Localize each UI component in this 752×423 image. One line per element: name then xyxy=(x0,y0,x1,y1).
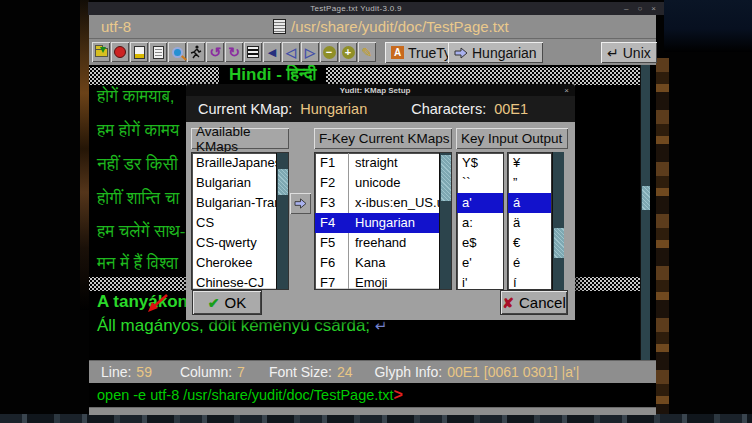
editor-scrollbar[interactable] xyxy=(640,65,650,360)
kmap-button[interactable]: Hungarian xyxy=(448,42,543,63)
kmap-cell: x-ibus:en_US.u xyxy=(349,193,439,213)
prev-page-icon[interactable]: ◁ xyxy=(282,42,300,62)
editor-scrollbar-thumb[interactable] xyxy=(642,186,650,210)
save-page-icon xyxy=(134,46,145,59)
fkey-cell: F1 xyxy=(315,153,349,173)
section-heading-hungarian: A tanyákon xyxy=(97,292,188,312)
fkey-cell: F2 xyxy=(315,173,349,193)
next-page-icon[interactable]: ▷ xyxy=(301,42,319,62)
check-icon: ✔ xyxy=(208,295,220,311)
scrollbar-thumb[interactable] xyxy=(441,155,451,201)
fkey-row[interactable]: F7Emoji xyxy=(315,273,439,289)
maximize-button[interactable]: ○ xyxy=(637,4,642,13)
fkey-cell: F6 xyxy=(315,253,349,273)
cancel-button[interactable]: ✘ Cancel xyxy=(500,290,568,315)
key-input-cell[interactable]: e' xyxy=(457,253,503,273)
search-icon[interactable] xyxy=(168,42,186,62)
key-output-cell[interactable]: ä xyxy=(508,213,551,233)
key-input-cell[interactable]: e$ xyxy=(457,233,503,253)
lineend-button[interactable]: ↵ Unix xyxy=(601,42,657,63)
key-output-cell-selected[interactable]: á xyxy=(508,193,551,213)
scrollbar-thumb[interactable] xyxy=(554,228,564,258)
column-label: Column: xyxy=(180,364,232,380)
key-input-cell[interactable]: `` xyxy=(457,173,503,193)
key-output-cell[interactable]: ” xyxy=(508,173,551,193)
open-file-icon[interactable] xyxy=(92,42,110,62)
x-icon: ✘ xyxy=(502,295,514,311)
key-input-cell[interactable]: i' xyxy=(457,273,503,290)
scrollbar-thumb[interactable] xyxy=(278,169,288,195)
list-item[interactable]: CS xyxy=(192,213,276,233)
fkey-row[interactable]: F3x-ibus:en_US.u xyxy=(315,193,439,213)
line-label: Line: xyxy=(101,364,131,380)
return-icon: ↵ xyxy=(607,45,619,61)
text-direction-icon[interactable] xyxy=(244,42,262,62)
text-line: नहीं डर किसी xyxy=(97,155,178,175)
kmap-cell: Hungarian xyxy=(349,213,439,233)
key-input-column[interactable]: Y$ `` a' a: e$ e' i' xyxy=(456,152,504,290)
fkey-row[interactable]: F5freehand xyxy=(315,233,439,253)
available-kmaps-header: Available KMaps xyxy=(191,128,289,149)
zoom-in-icon[interactable]: + xyxy=(339,42,357,62)
print-page-icon xyxy=(153,46,164,59)
window-title: TestPage.txt Yudit-3.0.9 xyxy=(88,4,624,13)
key-output-cell[interactable]: é xyxy=(508,253,551,273)
fkey-row[interactable]: F6Kana xyxy=(315,253,439,273)
zoom-out-icon[interactable]: − xyxy=(320,42,338,62)
key-output-cell[interactable]: ¥ xyxy=(508,153,551,173)
print-icon[interactable] xyxy=(149,42,167,62)
wallpaper-sliver-right xyxy=(656,58,669,415)
text-line: होगें कामयाब, xyxy=(97,87,174,107)
close-button[interactable]: × xyxy=(651,4,656,13)
window-titlebar[interactable]: TestPage.txt Yudit-3.0.9 – ○ × xyxy=(88,2,664,15)
lineend-button-label: Unix xyxy=(623,45,651,61)
fkey-row[interactable]: F2unicode xyxy=(315,173,439,193)
first-page-icon[interactable]: ◀ xyxy=(263,42,281,62)
list-item[interactable]: Cherokee xyxy=(192,253,276,273)
redo-icon[interactable]: ↻ xyxy=(225,42,243,62)
key-output-cell[interactable]: € xyxy=(508,233,551,253)
text-line: मन में हैं विश्वा xyxy=(97,254,178,274)
column-value: 7 xyxy=(237,364,245,380)
key-input-cell[interactable]: a: xyxy=(457,213,503,233)
available-kmaps-list[interactable]: BrailleJapanes Bulgarian Bulgarian-Tran … xyxy=(191,152,289,290)
fkey-scrollbar[interactable] xyxy=(439,153,451,289)
fkey-kmaps-list[interactable]: F1straight F2unicode F3x-ibus:en_US.u F4… xyxy=(314,152,452,290)
key-output-cell[interactable]: í xyxy=(508,273,551,290)
encoding-label[interactable]: utf-8 xyxy=(101,18,131,35)
list-item[interactable]: Bulgarian xyxy=(192,173,276,193)
minimize-button[interactable]: – xyxy=(624,4,628,13)
ok-button[interactable]: ✔ OK xyxy=(192,290,262,315)
edit-pencil-icon[interactable]: ✎ xyxy=(358,42,376,62)
key-output-column[interactable]: ¥ ” á ä € é í xyxy=(507,152,552,290)
kmap-cell: freehand xyxy=(349,233,439,253)
fkey-row-selected[interactable]: F4Hungarian xyxy=(315,213,439,233)
command-text: open -e utf-8 /usr/share/yudit/doc/TestP… xyxy=(97,387,394,403)
record-icon[interactable] xyxy=(111,42,129,62)
assign-kmap-button[interactable] xyxy=(290,193,311,214)
dialog-close-icon[interactable]: × xyxy=(564,86,575,95)
command-input[interactable]: open -e utf-8 /usr/share/yudit/doc/TestP… xyxy=(89,383,656,407)
key-input-output-list[interactable]: Y$ `` a' a: e$ e' i' ¥ ” á ä € é í xyxy=(456,152,568,290)
section-heading-hindi: Hindi - हिन्दी xyxy=(219,65,326,85)
fkey-row[interactable]: F1straight xyxy=(315,153,439,173)
goto-running-man-icon[interactable] xyxy=(187,42,205,62)
dotted-separator xyxy=(89,67,640,85)
key-input-cell[interactable]: Y$ xyxy=(457,153,503,173)
keymap-scrollbar[interactable] xyxy=(552,152,564,290)
list-item[interactable]: BrailleJapanes xyxy=(192,153,276,173)
direction-bars-icon xyxy=(247,46,259,58)
list-item[interactable]: Chinese-CJ xyxy=(192,273,276,289)
list-item[interactable]: Bulgarian-Tran xyxy=(192,193,276,213)
line-value: 59 xyxy=(136,364,152,380)
undo-icon[interactable]: ↺ xyxy=(206,42,224,62)
available-kmaps-scrollbar[interactable] xyxy=(276,153,288,289)
dialog-titlebar[interactable]: Yudit: KMap Setup × xyxy=(186,84,575,96)
list-item[interactable]: CS-qwerty xyxy=(192,233,276,253)
kmap-cell: unicode xyxy=(349,173,439,193)
save-icon[interactable] xyxy=(130,42,148,62)
characters-value: 00E1 xyxy=(494,101,528,117)
current-kmap-label: Current KMap: xyxy=(198,101,292,117)
wallpaper-sliver-topright xyxy=(664,0,752,52)
key-input-cell-selected[interactable]: a' xyxy=(457,193,503,213)
